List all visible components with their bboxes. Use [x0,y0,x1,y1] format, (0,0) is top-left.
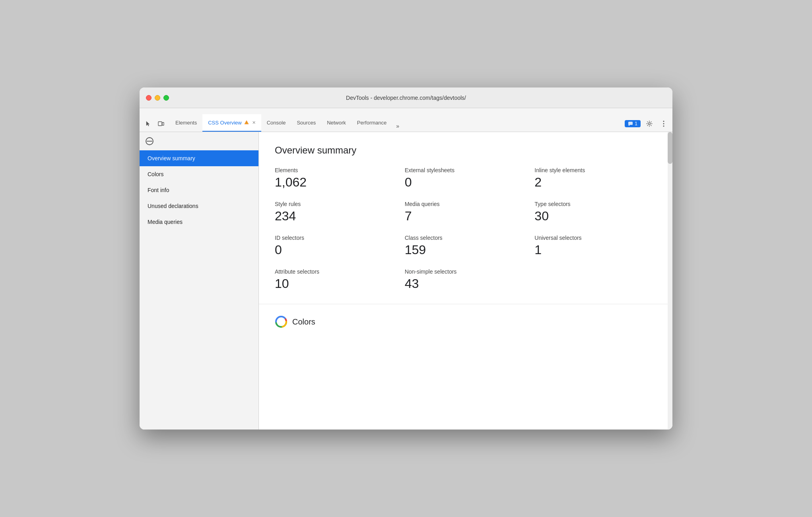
tab-performance-label: Performance [357,120,387,126]
tabbar-right: 1 [625,118,669,129]
svg-point-5 [663,121,664,122]
stat-media-queries-label: Media queries [405,201,527,207]
traffic-lights [146,95,169,101]
stat-type-selectors-label: Type selectors [534,201,657,207]
colors-section: Colors [259,304,672,339]
stat-class-selectors-value: 159 [405,243,527,257]
sidebar-nav: Overview summary Colors Font info Unused… [140,150,258,430]
sidebar-item-unused-declarations[interactable]: Unused declarations [140,198,258,214]
stat-media-queries-value: 7 [405,209,527,224]
tab-sources-label: Sources [297,120,316,126]
stat-external-stylesheets-value: 0 [405,175,527,190]
stat-elements-value: 1,062 [275,175,397,190]
gear-icon [646,121,653,127]
tab-network-label: Network [327,120,346,126]
svg-rect-1 [162,122,164,125]
stat-style-rules: Style rules 234 [275,201,397,224]
sidebar: Overview summary Colors Font info Unused… [140,132,259,430]
colors-header: Colors [275,315,657,328]
tab-elements[interactable]: Elements [170,114,202,132]
cursor-icon[interactable] [143,118,154,129]
tab-network[interactable]: Network [321,114,352,132]
stats-grid: Elements 1,062 External stylesheets 0 In… [275,167,657,291]
window-title: DevTools - developer.chrome.com/tags/dev… [346,95,466,101]
stat-inline-style-value: 2 [534,175,657,190]
stat-id-selectors-value: 0 [275,243,397,257]
stat-non-simple-selectors-label: Non-simple selectors [405,268,527,275]
sidebar-item-colors[interactable]: Colors [140,166,258,182]
maximize-button[interactable] [163,95,169,101]
more-tabs-button[interactable]: » [392,123,403,129]
stat-elements: Elements 1,062 [275,167,397,190]
sidebar-item-overview-summary[interactable]: Overview summary [140,150,258,166]
overview-title: Overview summary [275,145,657,156]
dots-icon [663,121,664,127]
stat-universal-selectors: Universal selectors 1 [534,235,657,257]
stat-type-selectors-value: 30 [534,209,657,224]
stat-inline-style: Inline style elements 2 [534,167,657,190]
stat-style-rules-label: Style rules [275,201,397,207]
stat-media-queries: Media queries 7 [405,201,527,224]
tab-elements-label: Elements [175,120,197,126]
chat-icon [628,121,633,126]
sidebar-item-font-info[interactable]: Font info [140,182,258,198]
close-button[interactable] [146,95,152,101]
stat-universal-selectors-value: 1 [534,243,657,257]
stat-class-selectors-label: Class selectors [405,235,527,241]
main-area: Overview summary Colors Font info Unused… [140,132,672,430]
chat-badge[interactable]: 1 [625,120,641,127]
stat-attribute-selectors-label: Attribute selectors [275,268,397,275]
colors-title: Colors [292,317,315,327]
sidebar-item-colors-label: Colors [148,171,163,177]
tabbar: Elements CSS Overview ! ✕ Console Source… [140,108,672,132]
colors-ring-icon [275,315,288,328]
warning-icon: ! [244,120,249,125]
content-area: Overview summary Elements 1,062 External… [259,132,672,430]
tab-console-label: Console [267,120,286,126]
svg-point-7 [663,126,664,127]
tab-performance[interactable]: Performance [352,114,392,132]
sidebar-item-overview-summary-label: Overview summary [148,155,195,161]
chat-count: 1 [635,121,637,126]
tab-sources[interactable]: Sources [291,114,321,132]
stat-external-stylesheets: External stylesheets 0 [405,167,527,190]
stat-elements-label: Elements [275,167,397,173]
sidebar-item-font-info-label: Font info [148,187,169,193]
scrollbar-thumb[interactable] [668,132,672,164]
tab-css-overview-label: CSS Overview [208,120,242,126]
stat-attribute-selectors-value: 10 [275,276,397,291]
tab-css-overview[interactable]: CSS Overview ! ✕ [202,114,261,132]
svg-rect-3 [628,122,633,125]
tab-console[interactable]: Console [261,114,291,132]
sidebar-item-media-queries[interactable]: Media queries [140,214,258,230]
stat-non-simple-selectors: Non-simple selectors 43 [405,268,527,291]
minimize-button[interactable] [155,95,160,101]
stat-type-selectors: Type selectors 30 [534,201,657,224]
sidebar-header [140,132,258,150]
svg-point-4 [649,123,651,125]
device-icon[interactable] [155,118,167,129]
tab-icon-group [143,118,167,129]
devtools-window: DevTools - developer.chrome.com/tags/dev… [140,87,672,430]
stat-non-simple-selectors-value: 43 [405,276,527,291]
stat-attribute-selectors: Attribute selectors 10 [275,268,397,291]
sidebar-item-media-queries-label: Media queries [148,219,183,225]
stat-id-selectors: ID selectors 0 [275,235,397,257]
svg-rect-0 [158,122,162,126]
stat-external-stylesheets-label: External stylesheets [405,167,527,173]
tab-close-icon[interactable]: ✕ [252,120,256,125]
sidebar-item-unused-declarations-label: Unused declarations [148,203,198,209]
svg-point-6 [663,123,664,124]
overview-section: Overview summary Elements 1,062 External… [259,132,672,304]
no-entry-icon [145,137,154,146]
scrollbar-track[interactable] [668,132,672,430]
stat-universal-selectors-label: Universal selectors [534,235,657,241]
settings-button[interactable] [644,118,655,129]
stat-id-selectors-label: ID selectors [275,235,397,241]
stat-inline-style-label: Inline style elements [534,167,657,173]
stat-style-rules-value: 234 [275,209,397,224]
stat-class-selectors: Class selectors 159 [405,235,527,257]
titlebar: DevTools - developer.chrome.com/tags/dev… [140,87,672,108]
more-options-button[interactable] [658,118,669,129]
